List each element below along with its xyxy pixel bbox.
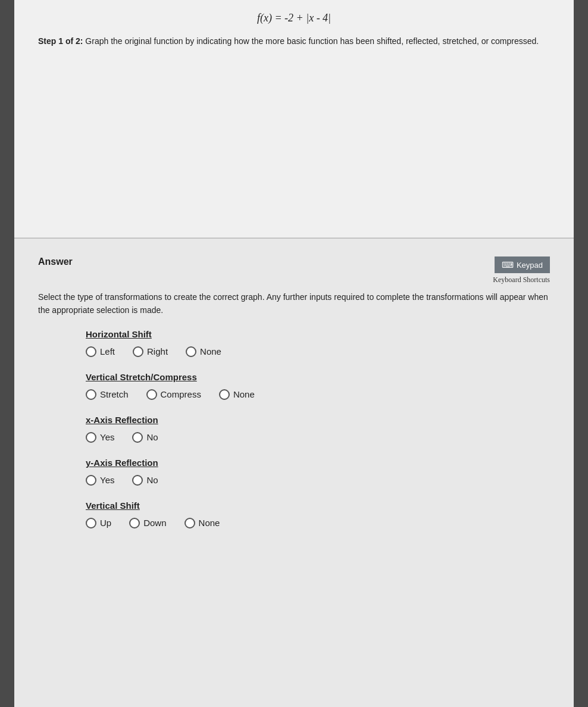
step-label: Step 1 of 2: — [38, 36, 83, 46]
x-axis-no-label: No — [146, 432, 158, 442]
vertical-down-option[interactable]: Down — [129, 518, 166, 528]
horizontal-left-radio[interactable] — [86, 346, 96, 357]
horizontal-none-option[interactable]: None — [186, 346, 221, 357]
keypad-button[interactable]: ⌨ Keypad — [495, 256, 550, 273]
selection-instruction: Select the type of transformations to cr… — [38, 290, 550, 317]
y-axis-no-label: No — [146, 475, 158, 485]
vertical-stretch-group: Vertical Stretch/Compress Stretch Compre… — [38, 372, 550, 400]
vertical-shift-title: Vertical Shift — [86, 500, 550, 511]
stretch-none-radio[interactable] — [219, 389, 230, 400]
y-axis-yes-radio[interactable] — [86, 475, 96, 486]
vertical-none-option[interactable]: None — [184, 518, 220, 528]
keypad-button-label: Keypad — [517, 261, 543, 270]
y-axis-reflection-title: y-Axis Reflection — [86, 458, 550, 468]
stretch-none-label: None — [233, 389, 255, 399]
answer-header: Answer ⌨ Keypad Keyboard Shortcuts — [38, 256, 550, 284]
horizontal-shift-group: Horizontal Shift Left Right None — [38, 329, 550, 357]
horizontal-right-option[interactable]: Right — [133, 346, 168, 357]
horizontal-left-option[interactable]: Left — [86, 346, 115, 357]
stretch-label: Stretch — [100, 389, 129, 399]
function-title: f(x) = -2 + |x - 4| — [38, 12, 550, 24]
vertical-down-radio[interactable] — [129, 518, 140, 528]
y-axis-yes-option[interactable]: Yes — [86, 475, 114, 486]
stretch-none-option[interactable]: None — [219, 389, 255, 400]
x-axis-yes-radio[interactable] — [86, 432, 96, 443]
y-axis-no-radio[interactable] — [132, 475, 143, 486]
main-container: f(x) = -2 + |x - 4| Step 1 of 2: Graph t… — [14, 0, 574, 707]
vertical-up-radio[interactable] — [86, 518, 96, 528]
function-text: f(x) = -2 + |x - 4| — [257, 12, 331, 24]
horizontal-right-radio[interactable] — [133, 346, 143, 357]
keypad-area: ⌨ Keypad Keyboard Shortcuts — [493, 256, 550, 284]
horizontal-none-label: None — [200, 346, 221, 356]
x-axis-reflection-title: x-Axis Reflection — [86, 415, 550, 425]
vertical-none-label: None — [199, 518, 220, 528]
vertical-none-radio[interactable] — [184, 518, 195, 528]
compress-label: Compress — [161, 389, 201, 399]
keypad-icon: ⌨ — [502, 260, 514, 270]
horizontal-shift-title: Horizontal Shift — [86, 329, 550, 339]
stretch-radio[interactable] — [86, 389, 96, 400]
x-axis-yes-label: Yes — [100, 432, 114, 442]
compress-radio[interactable] — [146, 389, 157, 400]
stretch-option[interactable]: Stretch — [86, 389, 129, 400]
compress-option[interactable]: Compress — [146, 389, 201, 400]
step-text: Graph the original function by indicatin… — [85, 36, 539, 46]
horizontal-none-radio[interactable] — [186, 346, 196, 357]
y-axis-reflection-group: y-Axis Reflection Yes No — [38, 458, 550, 486]
answer-label: Answer — [38, 256, 73, 267]
vertical-stretch-title: Vertical Stretch/Compress — [86, 372, 550, 382]
vertical-down-label: Down — [143, 518, 166, 528]
horizontal-shift-options: Left Right None — [86, 346, 550, 357]
x-axis-no-option[interactable]: No — [132, 432, 158, 443]
vertical-up-label: Up — [100, 518, 111, 528]
x-axis-reflection-group: x-Axis Reflection Yes No — [38, 415, 550, 443]
vertical-stretch-options: Stretch Compress None — [86, 389, 550, 400]
x-axis-yes-option[interactable]: Yes — [86, 432, 114, 443]
vertical-shift-options: Up Down None — [86, 518, 550, 528]
x-axis-no-radio[interactable] — [132, 432, 143, 443]
vertical-shift-group: Vertical Shift Up Down None — [38, 500, 550, 528]
horizontal-right-label: Right — [147, 346, 168, 356]
y-axis-yes-label: Yes — [100, 475, 114, 485]
step-instruction: Step 1 of 2: Graph the original function… — [38, 35, 550, 48]
section-divider — [14, 238, 574, 239]
answer-section: Answer ⌨ Keypad Keyboard Shortcuts Selec… — [14, 248, 574, 561]
x-axis-options: Yes No — [86, 432, 550, 443]
horizontal-left-label: Left — [100, 346, 115, 356]
y-axis-options: Yes No — [86, 475, 550, 486]
y-axis-no-option[interactable]: No — [132, 475, 158, 486]
keyboard-shortcuts-link[interactable]: Keyboard Shortcuts — [493, 276, 550, 284]
top-section: f(x) = -2 + |x - 4| Step 1 of 2: Graph t… — [14, 0, 574, 238]
vertical-up-option[interactable]: Up — [86, 518, 111, 528]
